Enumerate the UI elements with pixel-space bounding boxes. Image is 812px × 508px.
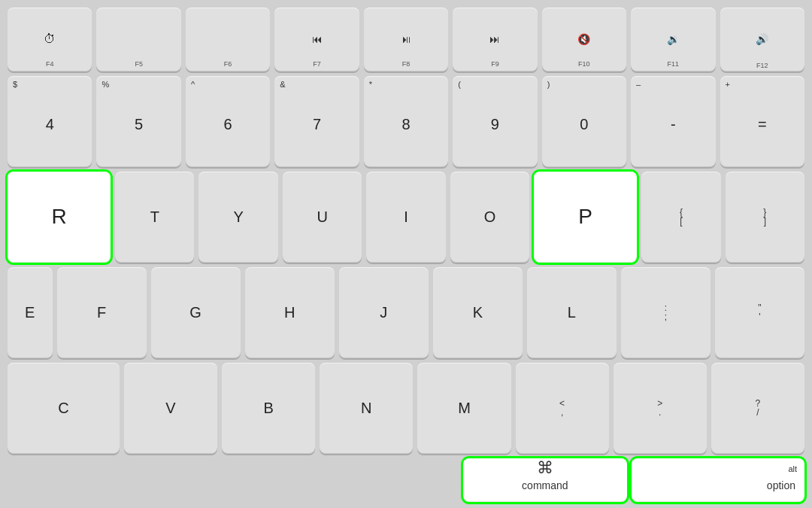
key-option[interactable]: alt option (632, 458, 804, 502)
key-v[interactable]: V (124, 363, 217, 454)
key-6[interactable]: ^ 6 (186, 76, 270, 167)
key-f4[interactable]: ⏱ F4 (8, 8, 92, 71)
key-period[interactable]: > . (614, 363, 707, 454)
fn-row: ⏱ F4 F5 F6 ⏮ F7 ⏯ F8 ⏭ F9 🔇 F10 🔉 F11 (8, 8, 804, 71)
alt-label: alt (788, 464, 797, 473)
key-f12[interactable]: 🔊 F12 (720, 8, 804, 71)
command-label: command (522, 479, 568, 491)
key-u[interactable]: U (283, 172, 362, 263)
key-f10[interactable]: 🔇 F10 (542, 8, 626, 71)
number-row: $ 4 % 5 ^ 6 & 7 * 8 ( 9 ) 0 – - (8, 76, 804, 167)
key-y[interactable]: Y (198, 172, 277, 263)
key-quote[interactable]: " ' (715, 267, 804, 358)
key-c[interactable]: C (8, 363, 120, 454)
key-bracket-open[interactable]: { [ (641, 172, 720, 263)
key-p[interactable]: P (534, 172, 637, 263)
key-e-partial[interactable]: E (8, 267, 53, 358)
modifier-row: ⌘ command alt option (8, 458, 804, 508)
key-7[interactable]: & 7 (274, 76, 359, 167)
key-f7[interactable]: ⏮ F7 (274, 8, 359, 71)
key-o[interactable]: O (450, 172, 529, 263)
option-label: option (767, 479, 795, 491)
key-j[interactable]: J (339, 267, 429, 358)
key-slash[interactable]: ? / (711, 363, 804, 454)
key-f11[interactable]: 🔉 F11 (631, 8, 715, 71)
key-f[interactable]: F (57, 267, 147, 358)
key-k[interactable]: K (433, 267, 523, 358)
key-5[interactable]: % 5 (96, 76, 180, 167)
key-minus[interactable]: – - (631, 76, 715, 167)
key-equals[interactable]: + = (720, 76, 804, 167)
bottom-row: C V B N M < , > . ? / (8, 363, 804, 454)
key-i[interactable]: I (366, 172, 445, 263)
key-bracket-close[interactable]: } ] (726, 172, 804, 263)
home-row: E F G H J K L : ; " ' (8, 267, 804, 358)
key-f5[interactable]: F5 (96, 8, 180, 71)
key-semicolon[interactable]: : ; (621, 267, 710, 358)
key-0[interactable]: ) 0 (542, 76, 626, 167)
key-9[interactable]: ( 9 (453, 76, 537, 167)
key-command[interactable]: ⌘ command (463, 458, 627, 502)
key-comma[interactable]: < , (516, 363, 609, 454)
key-b[interactable]: B (222, 363, 315, 454)
key-t[interactable]: T (115, 172, 194, 263)
key-l[interactable]: L (527, 267, 617, 358)
key-8[interactable]: * 8 (364, 76, 448, 167)
command-icon: ⌘ (537, 458, 553, 478)
key-f8[interactable]: ⏯ F8 (364, 8, 448, 71)
key-r[interactable]: R (8, 172, 111, 263)
qwerty-row: R T Y U I O P { [ } ] (8, 172, 804, 263)
key-h[interactable]: H (245, 267, 335, 358)
key-g[interactable]: G (151, 267, 241, 358)
keyboard: ⏱ F4 F5 F6 ⏮ F7 ⏯ F8 ⏭ F9 🔇 F10 🔉 F11 (0, 0, 812, 508)
key-n[interactable]: N (320, 363, 413, 454)
key-f9[interactable]: ⏭ F9 (453, 8, 537, 71)
key-f6[interactable]: F6 (186, 8, 270, 71)
key-4[interactable]: $ 4 (8, 76, 92, 167)
key-m[interactable]: M (417, 363, 511, 454)
